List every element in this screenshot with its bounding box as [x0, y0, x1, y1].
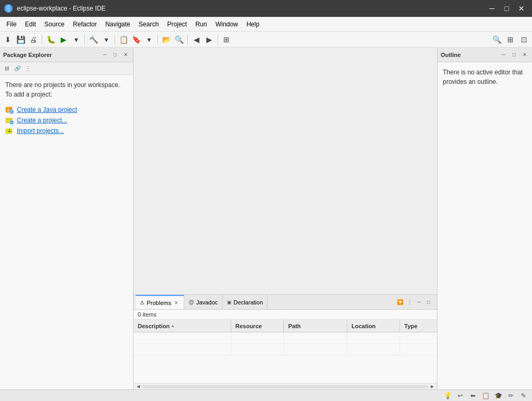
- toolbar-search-icon[interactable]: 🔍: [491, 34, 502, 45]
- scroll-left-arrow[interactable]: ◀: [135, 384, 142, 389]
- toolbar-print-btn[interactable]: 🖨: [27, 34, 39, 45]
- status-grad-icon[interactable]: 🎓: [494, 392, 502, 400]
- tab-javadoc[interactable]: @ Javadoc: [184, 295, 222, 309]
- toolbar-nav-next-btn[interactable]: ▶: [203, 34, 215, 45]
- bottom-maximize-btn[interactable]: □: [424, 298, 433, 307]
- toolbar-nav-prev-btn[interactable]: ◀: [191, 34, 202, 45]
- menu-bar: File Edit Source Refactor Navigate Searc…: [0, 17, 532, 32]
- toolbar-run-dropdown[interactable]: ▾: [70, 34, 82, 45]
- td-description: [134, 332, 231, 343]
- pe-link-btn[interactable]: 🔗: [13, 64, 22, 73]
- td-resource: [231, 344, 284, 355]
- toolbar-sep-6: [217, 35, 218, 44]
- td-path: [284, 344, 347, 355]
- create-project-link[interactable]: + Create a project...: [5, 115, 128, 126]
- toolbar-sep-5: [187, 35, 188, 44]
- workspace-msg-text2: To add a project:: [5, 91, 52, 98]
- toolbar-bookmark-dropdown[interactable]: ▾: [143, 34, 155, 45]
- th-path[interactable]: Path: [284, 320, 347, 332]
- toolbar-search-btn[interactable]: 🔍: [173, 34, 185, 45]
- menu-edit[interactable]: Edit: [21, 18, 40, 30]
- status-undo-icon[interactable]: ↩: [456, 392, 464, 400]
- import-projects-label: Import projects...: [17, 127, 64, 135]
- status-edit1-icon[interactable]: ✏: [507, 392, 515, 400]
- menu-refactor[interactable]: Refactor: [69, 18, 101, 30]
- sort-arrow-description: ▲: [171, 323, 175, 328]
- import-projects-link[interactable]: Import projects...: [5, 126, 128, 136]
- bottom-minimize-btn[interactable]: ─: [415, 298, 423, 307]
- bottom-panel: ⚠ Problems ✕ @ Javadoc ▣ Declaration 🔽 ⋮…: [134, 294, 437, 389]
- window-title: eclipse-workplace - Eclipse IDE: [17, 5, 481, 12]
- menu-file[interactable]: File: [2, 18, 21, 30]
- create-java-project-link[interactable]: J + Create a Java project: [5, 104, 128, 115]
- menu-search[interactable]: Search: [135, 18, 163, 30]
- toolbar-persp2-btn[interactable]: ⊡: [518, 34, 530, 45]
- package-explorer-close[interactable]: ✕: [121, 51, 130, 59]
- th-resource[interactable]: Resource: [231, 320, 284, 332]
- java-project-icon: J +: [5, 106, 14, 114]
- tab-problems[interactable]: ⚠ Problems ✕: [136, 295, 184, 309]
- table-row: [134, 332, 437, 344]
- problems-tab-label: Problems: [147, 300, 171, 306]
- outline-minimize[interactable]: ─: [499, 51, 508, 59]
- package-explorer-minimize[interactable]: ─: [100, 51, 109, 59]
- close-button[interactable]: ✕: [515, 2, 528, 15]
- status-right: 💡 ↩ ⬅ 📋 🎓 ✏ ✎: [443, 392, 528, 400]
- menu-project[interactable]: Project: [163, 18, 191, 30]
- javadoc-tab-label: Javadoc: [196, 299, 218, 305]
- package-explorer-title: Package Explorer: [3, 52, 98, 58]
- toolbar-sep-2: [84, 35, 85, 44]
- toolbar-task-btn[interactable]: 📋: [118, 34, 129, 45]
- scroll-right-arrow[interactable]: ▶: [429, 384, 436, 389]
- pe-menu-btn[interactable]: ⋮: [23, 64, 33, 73]
- toolbar-sep-4: [157, 35, 158, 44]
- bottom-menu-btn[interactable]: ⋮: [405, 298, 414, 307]
- toolbar-build-btn[interactable]: 🔨: [88, 34, 99, 45]
- menu-run[interactable]: Run: [191, 18, 211, 30]
- scroll-track[interactable]: [142, 385, 429, 388]
- bottom-content: 0 items Description ▲ Resource Path Loca…: [134, 310, 437, 389]
- status-clipboard-icon[interactable]: 📋: [481, 392, 490, 400]
- svg-text:+: +: [11, 110, 13, 114]
- toolbar-bookmark-btn[interactable]: 🔖: [130, 34, 142, 45]
- tab-declaration[interactable]: ▣ Declaration: [223, 295, 268, 309]
- td-type: [400, 332, 437, 343]
- toolbar-perspective-btn[interactable]: ⊞: [221, 34, 232, 45]
- declaration-tab-label: Declaration: [234, 299, 263, 305]
- toolbar-build-dropdown[interactable]: ▾: [100, 34, 112, 45]
- menu-source[interactable]: Source: [40, 18, 69, 30]
- toolbar-new-btn[interactable]: ⬇: [2, 34, 14, 45]
- status-lightbulb-icon[interactable]: 💡: [443, 392, 452, 400]
- bottom-tab-controls: 🔽 ⋮ ─ □: [396, 298, 435, 307]
- toolbar-save-btn[interactable]: 💾: [15, 34, 26, 45]
- toolbar-debug-btn[interactable]: 🐛: [45, 34, 56, 45]
- bottom-filter-btn[interactable]: 🔽: [396, 298, 404, 307]
- problems-tab-close[interactable]: ✕: [173, 300, 179, 306]
- toolbar-run-btn[interactable]: ▶: [58, 34, 69, 45]
- status-edit2-icon[interactable]: ✎: [519, 392, 528, 400]
- th-location[interactable]: Location: [347, 320, 400, 332]
- menu-navigate[interactable]: Navigate: [101, 18, 134, 30]
- minimize-button[interactable]: ─: [486, 2, 498, 15]
- eclipse-icon: [4, 4, 13, 13]
- menu-window[interactable]: Window: [211, 18, 242, 30]
- th-description[interactable]: Description ▲: [134, 320, 231, 332]
- horizontal-scrollbar[interactable]: ◀ ▶: [134, 383, 437, 389]
- pe-collapse-btn[interactable]: ⊟: [2, 64, 12, 73]
- problems-table-body: [134, 332, 437, 383]
- th-type[interactable]: Type: [400, 320, 437, 332]
- td-path: [284, 332, 347, 343]
- toolbar-open-type-btn[interactable]: 📂: [160, 34, 172, 45]
- status-back-icon[interactable]: ⬅: [469, 392, 477, 400]
- outline-close[interactable]: ✕: [520, 51, 529, 59]
- package-explorer-toolbar: ⊟ 🔗 ⋮: [0, 62, 133, 75]
- package-explorer-maximize[interactable]: □: [111, 51, 119, 59]
- toolbar-persp-btn[interactable]: ⊞: [505, 34, 516, 45]
- maximize-button[interactable]: □: [500, 2, 513, 15]
- outline-maximize[interactable]: □: [510, 51, 518, 59]
- svg-text:J: J: [7, 108, 9, 112]
- toolbar-sep-3: [115, 35, 115, 44]
- editor-area: [134, 47, 437, 294]
- menu-help[interactable]: Help: [242, 18, 264, 30]
- outline-title: Outline: [441, 52, 497, 58]
